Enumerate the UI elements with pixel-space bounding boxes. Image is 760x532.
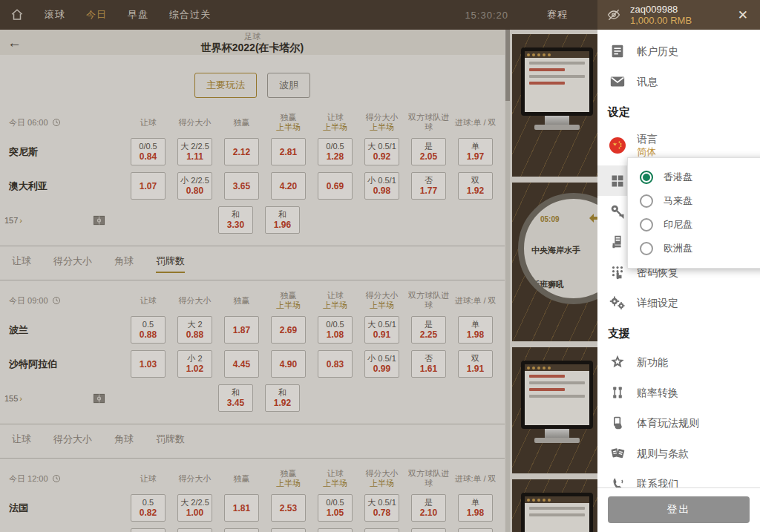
odds-cell[interactable]: 单1.98 <box>458 316 493 344</box>
pitch-icon[interactable] <box>93 215 105 226</box>
odds-cell[interactable]: 0/0.50.84 <box>131 138 166 165</box>
odds-cell[interactable]: 1.09 <box>131 528 166 532</box>
match-header-row: 今日 12:00让球得分大小独赢独赢上半场让球上半场得分大小上半场双方球队进球进… <box>6 469 499 488</box>
odds-cell[interactable]: 小 21.02 <box>177 350 212 378</box>
odds-cell[interactable]: 2.81 <box>271 138 306 165</box>
correct-score-button[interactable]: 波胆 <box>267 73 310 98</box>
draw-odds-cell[interactable]: 和3.30 <box>218 206 253 234</box>
primary-markets-button[interactable]: 主要玩法 <box>194 73 257 98</box>
odds-cell[interactable]: 0.50.82 <box>131 494 166 522</box>
odds-cell[interactable]: 2.53 <box>271 494 306 522</box>
odds-cell[interactable]: 0.86 <box>318 528 353 532</box>
more-markets-link[interactable]: 155› <box>4 394 22 403</box>
clock-time: 15:30:20 <box>465 10 508 21</box>
radio-icon[interactable] <box>640 194 653 208</box>
odds-cell[interactable]: 2.69 <box>271 316 306 344</box>
odds-cell[interactable]: 4.45 <box>224 350 259 378</box>
odds-cell[interactable]: 大 0.5/10.78 <box>364 494 399 522</box>
odds-cell[interactable]: 小 2/2.50.90 <box>177 528 212 532</box>
odds-cell[interactable]: 大 2/2.51.11 <box>177 138 212 165</box>
odds-cell[interactable]: 大 0.5/10.91 <box>364 316 399 344</box>
draw-odds-cell[interactable]: 和1.92 <box>265 384 300 412</box>
odds-cell[interactable]: 双1.92 <box>458 172 493 200</box>
odds-cell[interactable]: 大 20.88 <box>177 316 212 344</box>
radio-icon[interactable] <box>640 218 653 231</box>
odds-cell[interactable]: 1.81 <box>224 494 259 522</box>
odds-type-option-1[interactable]: 马来盘 <box>628 189 760 213</box>
odds-cell[interactable]: 否1.74 <box>411 528 446 532</box>
odds-cell[interactable]: 否1.77 <box>411 172 446 200</box>
odds-cell[interactable]: 0/0.51.05 <box>318 494 353 522</box>
odds-cell[interactable]: 4.90 <box>271 350 306 378</box>
home-icon[interactable] <box>10 8 24 22</box>
odds-cell[interactable]: 否1.61 <box>411 350 446 378</box>
nav-schedule[interactable]: 赛程 <box>547 8 568 22</box>
odds-cell[interactable]: 小 0.5/10.99 <box>364 350 399 378</box>
odds-cell[interactable]: 双1.91 <box>458 528 493 532</box>
tab-角球[interactable]: 角球 <box>114 433 134 451</box>
odds-cell[interactable]: 4.20 <box>271 172 306 200</box>
column-header-line1: 得分大小 <box>358 291 405 301</box>
odds-cell[interactable]: 3.65 <box>224 172 259 200</box>
tab-罚牌数[interactable]: 罚牌数 <box>156 254 185 273</box>
nav-item-2[interactable]: 早盘 <box>128 8 148 22</box>
odds-cell[interactable]: 大 0.5/10.92 <box>364 138 399 165</box>
odds-cell[interactable]: 4.80 <box>271 528 306 532</box>
tab-让球[interactable]: 让球 <box>12 254 31 273</box>
odds-type-option-3[interactable]: 欧洲盘 <box>628 237 760 260</box>
odds-cell[interactable]: 小 2/2.50.80 <box>177 172 212 200</box>
sidebar-item-gears[interactable]: 详细设定 <box>597 287 760 318</box>
pitch-icon[interactable] <box>93 393 105 404</box>
odds-cell[interactable]: 大 2/2.51.00 <box>177 494 212 522</box>
column-header-line2: 上半场 <box>265 301 312 310</box>
odds-cell[interactable]: 单1.97 <box>458 138 493 165</box>
scrollbar-track[interactable] <box>505 30 510 532</box>
radio-selected-icon[interactable] <box>640 171 653 184</box>
odds-cell[interactable]: 0.50.88 <box>131 316 166 344</box>
odds-cell[interactable]: 1.03 <box>131 350 166 378</box>
tab-得分大小[interactable]: 得分大小 <box>53 254 92 273</box>
odds-cell[interactable]: 0.83 <box>318 350 353 378</box>
sidebar-item-convert[interactable]: 赔率转换 <box>597 377 760 407</box>
tab-罚牌数[interactable]: 罚牌数 <box>156 433 185 451</box>
odds-cell[interactable]: 4.65 <box>224 528 259 532</box>
sidebar-item-device[interactable]: 体育玩法规则 <box>597 407 760 438</box>
radio-icon[interactable] <box>640 242 653 255</box>
odds-cell[interactable]: 是2.25 <box>411 316 446 344</box>
tab-让球[interactable]: 让球 <box>12 433 31 451</box>
more-markets-link[interactable]: 157› <box>4 216 22 225</box>
odds-cell[interactable]: 是2.05 <box>411 138 446 165</box>
scrollbar-thumb[interactable] <box>505 30 510 101</box>
draw-odds-cell[interactable]: 和1.96 <box>265 206 300 234</box>
close-icon[interactable]: ✕ <box>735 6 751 24</box>
sidebar-item-terms[interactable]: 规则与条款 <box>597 438 760 468</box>
odds-cell[interactable]: 小 0.5/10.98 <box>364 172 399 200</box>
odds-cell[interactable]: 0.69 <box>318 172 353 200</box>
odds-cell[interactable]: 是2.10 <box>411 494 446 522</box>
odds-cell[interactable]: 小 0.5/11.13 <box>364 528 399 532</box>
odds-type-option-2[interactable]: 印尼盘 <box>628 213 760 237</box>
eye-off-icon[interactable] <box>606 7 621 22</box>
sidebar-item-star[interactable]: 新功能 <box>597 347 760 377</box>
terms-icon <box>608 444 627 463</box>
back-arrow-icon[interactable]: ← <box>7 36 22 50</box>
nav-items: 滚球今日早盘综合过关 <box>45 8 211 22</box>
nav-item-1[interactable]: 今日 <box>86 8 107 22</box>
odds-cell[interactable]: 0/0.51.28 <box>318 138 353 165</box>
sidebar-item-history[interactable]: 帐户历史 <box>597 36 760 66</box>
nav-item-3[interactable]: 综合过关 <box>169 8 211 22</box>
odds-cell[interactable]: 单1.98 <box>458 494 493 522</box>
odds-cell[interactable]: 0/0.51.08 <box>318 316 353 344</box>
tab-得分大小[interactable]: 得分大小 <box>53 433 92 451</box>
sidebar-item-phone[interactable]: 联系我们 <box>597 468 760 487</box>
tab-角球[interactable]: 角球 <box>114 254 134 273</box>
logout-button[interactable]: 登出 <box>608 496 750 523</box>
draw-odds-cell[interactable]: 和3.45 <box>218 384 253 412</box>
nav-item-0[interactable]: 滚球 <box>45 8 65 22</box>
odds-cell[interactable]: 2.12 <box>224 138 259 165</box>
sidebar-item-mail[interactable]: 讯息 <box>597 66 760 96</box>
odds-type-option-0[interactable]: 香港盘 <box>628 165 760 189</box>
odds-cell[interactable]: 1.87 <box>224 316 259 344</box>
odds-cell[interactable]: 1.07 <box>131 172 166 200</box>
odds-cell[interactable]: 双1.91 <box>458 350 493 378</box>
